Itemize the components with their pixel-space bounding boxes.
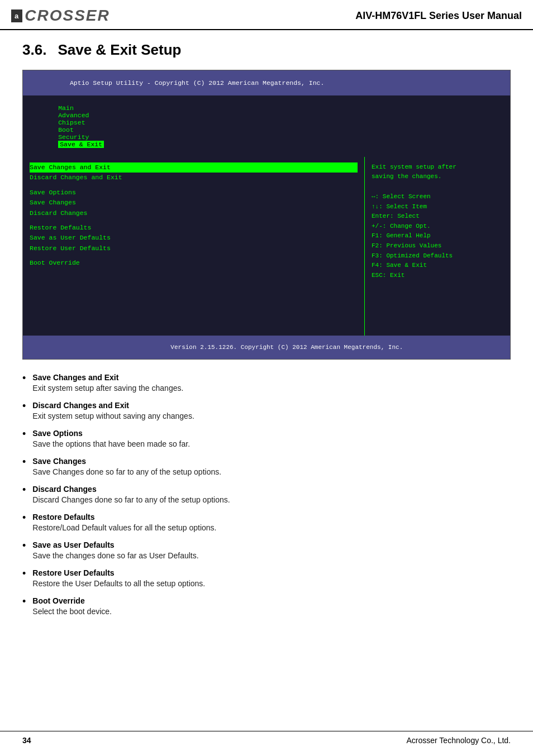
description-list: • Save Changes and Exit Exit system setu… [22,373,511,616]
bios-key-f3: F3: Optimized Defaults [372,251,503,261]
bullet-icon: • [22,596,26,607]
desc-text: Save the changes done so far as User Def… [32,551,198,560]
menu-advanced[interactable]: Advanced [58,112,89,119]
desc-content: Discard Changes Discard Changes done so … [32,485,511,505]
bios-help-text: Exit system setup after saving the chang… [372,162,503,181]
desc-title: Discard Changes [32,485,511,494]
bios-key-enter: Enter: Select [372,212,503,222]
list-item: • Discard Changes Discard Changes done s… [22,485,511,505]
bios-item-save-changes-exit[interactable]: Save Changes and Exit [30,162,358,173]
bios-item-discard-changes[interactable]: Discard Changes [30,208,358,218]
desc-title: Restore User Defaults [32,568,511,577]
bios-key-help: ↔: Select Screen ↑↓: Select Item Enter: … [372,192,503,280]
bios-screenshot: Aptio Setup Utility - Copyright (C) 2012… [22,70,511,360]
desc-text: Exit system setup after saving the chang… [32,384,183,393]
bios-item-restore-user-defaults[interactable]: Restore User Defaults [30,243,358,253]
section-heading: 3.6. Save & Exit Setup [22,41,511,59]
desc-content: Save Changes Save Changes done so far to… [32,457,511,477]
bios-item-boot-override[interactable]: Boot Override [30,258,358,268]
list-item: • Discard Changes and Exit Exit system s… [22,401,511,421]
menu-chipset[interactable]: Chipset [58,119,85,126]
desc-text: Select the boot device. [32,607,112,616]
page-number: 34 [22,736,31,745]
bios-body: Save Changes and Exit Discard Changes an… [23,157,510,336]
bios-left-panel: Save Changes and Exit Discard Changes an… [23,157,365,336]
desc-content: Save Changes and Exit Exit system setup … [32,373,511,393]
bios-spacer-1 [30,183,358,188]
bios-help-line-1: Exit system setup after [372,162,503,172]
list-item: • Restore User Defaults Restore the User… [22,568,511,588]
bios-title-bar: Aptio Setup Utility - Copyright (C) 2012… [23,70,510,95]
bullet-icon: • [22,372,26,384]
bios-menu-bar: Main Advanced Chipset Boot Security Save… [23,95,510,157]
bios-item-discard-changes-exit[interactable]: Discard Changes and Exit [30,173,358,183]
list-item: • Restore Defaults Restore/Load Default … [22,513,511,533]
bullet-icon: • [22,512,26,524]
bios-right-panel: Exit system setup after saving the chang… [365,157,510,336]
bios-help-line-2: saving the changes. [372,172,503,181]
logo-box: a [11,9,22,22]
logo: a CROSSER [11,7,110,25]
list-item: • Save Changes and Exit Exit system setu… [22,373,511,393]
menu-save-exit[interactable]: Save & Exit [58,141,104,148]
desc-content: Restore Defaults Restore/Load Default va… [32,513,511,533]
bios-key-f2: F2: Previous Values [372,241,503,251]
desc-content: Save as User Defaults Save the changes d… [32,540,511,561]
page-footer: 34 Acrosser Technology Co., Ltd. [0,731,533,745]
bios-item-save-changes[interactable]: Save Changes [30,198,358,208]
bios-key-select-screen: ↔: Select Screen [372,192,503,202]
bios-item-save-options[interactable]: Save Options [30,188,358,198]
desc-title: Save as User Defaults [32,540,511,549]
bios-item-restore-defaults[interactable]: Restore Defaults [30,223,358,233]
bios-spacer-2 [30,218,358,223]
menu-boot[interactable]: Boot [58,126,74,133]
list-item: • Boot Override Select the boot device. [22,596,511,616]
bios-key-select-item: ↑↓: Select Item [372,202,503,212]
bios-footer: Version 2.15.1226. Copyright (C) 2012 Am… [23,336,510,359]
bios-key-f4: F4: Save & Exit [372,261,503,271]
menu-main[interactable]: Main [58,104,74,112]
page-header: a CROSSER AIV-HM76V1FL Series User Manua… [0,0,533,30]
bios-key-esc: ESC: Exit [372,271,503,281]
bullet-icon: • [22,568,26,580]
desc-content: Discard Changes and Exit Exit system set… [32,401,511,421]
bios-spacer-3 [30,253,358,258]
bullet-icon: • [22,456,26,468]
desc-title: Save Changes [32,457,511,466]
section-number: 3.6. [22,41,46,59]
desc-content: Save Options Save the options that have … [32,429,511,449]
company-name: Acrosser Technology Co., Ltd. [406,736,511,745]
desc-text: Discard Changes done so far to any of th… [32,495,230,504]
desc-text: Save the options that have been made so … [32,439,190,448]
desc-title: Discard Changes and Exit [32,401,511,410]
desc-content: Boot Override Select the boot device. [32,596,511,616]
list-item: • Save Options Save the options that hav… [22,429,511,449]
bios-key-change-opt: +/-: Change Opt. [372,222,503,232]
bios-key-f1: F1: General Help [372,231,503,241]
desc-text: Restore/Load Default values for all the … [32,523,216,532]
logo-text: CROSSER [25,7,110,25]
bullet-icon: • [22,400,26,412]
bullet-icon: • [22,484,26,496]
page-content: 3.6. Save & Exit Setup Aptio Setup Utili… [0,30,533,635]
menu-security[interactable]: Security [58,133,89,141]
desc-title: Restore Defaults [32,513,511,521]
list-item: • Save Changes Save Changes done so far … [22,457,511,477]
desc-title: Save Options [32,429,511,438]
bios-item-save-user-defaults[interactable]: Save as User Defaults [30,233,358,243]
bullet-icon: • [22,428,26,440]
desc-content: Restore User Defaults Restore the User D… [32,568,511,588]
section-title: Save & Exit Setup [58,41,181,59]
desc-title: Boot Override [32,596,511,605]
bullet-icon: • [22,540,26,552]
desc-text: Restore the User Defaults to all the set… [32,579,205,588]
desc-title: Save Changes and Exit [32,373,511,382]
desc-text: Save Changes done so far to any of the s… [32,467,221,476]
document-title: AIV-HM76V1FL Series User Manual [355,10,522,22]
desc-text: Exit system setup without saving any cha… [32,412,194,420]
list-item: • Save as User Defaults Save the changes… [22,540,511,561]
